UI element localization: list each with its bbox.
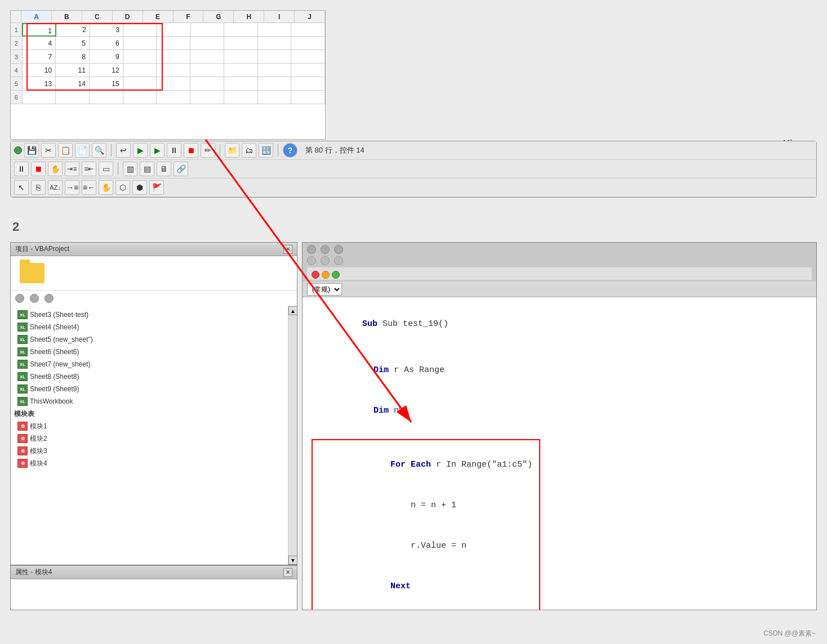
paste-button[interactable]: 📄 — [75, 143, 90, 158]
scroll-up-button[interactable]: ▲ — [288, 306, 297, 315]
object-browser-button[interactable]: 🔣 — [259, 143, 273, 158]
cell-b3[interactable]: 8 — [56, 50, 90, 64]
cell-i6[interactable] — [291, 91, 325, 104]
cell-d1[interactable] — [123, 23, 157, 37]
project-scrollbar[interactable]: ▲ ▼ — [288, 306, 297, 565]
cell-f1[interactable] — [191, 23, 225, 37]
tree-item-module4[interactable]: ⚙ 模块4 — [11, 457, 288, 469]
cell-e4[interactable] — [157, 64, 190, 77]
properties-button[interactable]: 🗂 — [242, 143, 256, 158]
copy-button[interactable]: 📋 — [58, 143, 73, 158]
tree-item-sheet9[interactable]: XL Sheet9 (Sheet9) — [11, 383, 288, 395]
proj-explorer-button[interactable]: 📁 — [225, 143, 239, 158]
tree-item-module3[interactable]: ⚙ 模块3 — [11, 445, 288, 457]
pause-button[interactable]: ⏸ — [167, 143, 181, 158]
save-button[interactable]: 💾 — [24, 143, 39, 158]
cell-f2[interactable] — [190, 37, 224, 50]
code-editor-area[interactable]: Sub Sub test_19() Dim r As Range Dim n% … — [303, 297, 816, 610]
copy3-button[interactable]: ⎘ — [31, 180, 46, 195]
cell-a6[interactable] — [23, 91, 56, 104]
arrow2-button[interactable]: ⬢ — [132, 180, 147, 195]
tree-item-module1[interactable]: ⚙ 模块1 — [11, 420, 288, 432]
tree-item-sheet8[interactable]: XL Sheet8 (Sheet8) — [11, 370, 288, 383]
hand2-button[interactable]: ✋ — [99, 180, 113, 195]
cell-i1[interactable] — [291, 23, 325, 37]
az-button[interactable]: AZ↓ — [48, 180, 63, 195]
cell-a1[interactable]: 1 — [22, 23, 56, 37]
cell-f5[interactable] — [190, 77, 224, 91]
cell-h1[interactable] — [258, 23, 292, 37]
cell-b5[interactable]: 14 — [56, 77, 90, 91]
cell-c3[interactable]: 9 — [90, 50, 123, 64]
cell-c6[interactable] — [90, 91, 123, 104]
arrow1-button[interactable]: ⬡ — [115, 180, 130, 195]
cell-d6[interactable] — [123, 91, 157, 104]
cell-h2[interactable] — [258, 37, 292, 50]
cell-b6[interactable] — [56, 91, 90, 104]
col-header-j[interactable]: J — [295, 11, 325, 23]
cell-g1[interactable] — [224, 23, 258, 37]
tree-item-sheet5[interactable]: XL Sheet5 (new_sheet") — [11, 333, 288, 346]
cell-b2[interactable]: 5 — [56, 37, 90, 50]
cell-g2[interactable] — [224, 37, 258, 50]
monitor-button[interactable]: 🖥 — [157, 162, 171, 176]
col-header-c[interactable]: C — [82, 11, 113, 23]
col-header-d[interactable]: D — [113, 11, 143, 23]
pause2-button[interactable]: ⏸ — [14, 162, 29, 176]
form2-button[interactable]: ▤ — [140, 162, 154, 176]
cell-g6[interactable] — [224, 91, 258, 104]
cell-e5[interactable] — [157, 77, 190, 91]
cell-f3[interactable] — [190, 50, 224, 64]
cell-d3[interactable] — [123, 50, 157, 64]
project-tree[interactable]: XL Sheet3 (Sheet-test) XL Sheet4 (Sheet4… — [11, 306, 288, 565]
col-header-h[interactable]: H — [234, 11, 264, 23]
run2-button[interactable]: ▶ — [150, 143, 164, 158]
cell-g5[interactable] — [224, 77, 258, 91]
cell-f6[interactable] — [190, 91, 224, 104]
stop-button[interactable]: ⏹ — [184, 143, 198, 158]
cell-d4[interactable] — [123, 64, 157, 77]
tree-item-sheet4[interactable]: XL Sheet4 (Sheet4) — [11, 321, 288, 333]
outdent-button[interactable]: ≡⇤ — [82, 162, 96, 176]
cell-e1[interactable] — [157, 23, 191, 37]
cell-c4[interactable]: 12 — [90, 64, 123, 77]
col-header-f[interactable]: F — [174, 11, 204, 23]
cell-g4[interactable] — [224, 64, 258, 77]
maximize-window-button[interactable] — [332, 271, 340, 279]
tree-item-thisworkbook[interactable]: XL ThisWorkbook — [11, 395, 288, 408]
cell-h4[interactable] — [258, 64, 292, 77]
cell-a2[interactable]: 4 — [23, 37, 56, 50]
cell-a5[interactable]: 13 — [23, 77, 56, 91]
col-header-i[interactable]: I — [264, 11, 295, 23]
cell-a3[interactable]: 7 — [23, 50, 56, 64]
form1-button[interactable]: ▥ — [123, 162, 137, 176]
cell-g3[interactable] — [224, 50, 258, 64]
excel-spreadsheet[interactable]: A B C D E F G H I J 1 1 2 3 2 4 — [10, 10, 326, 140]
minimize-window-button[interactable] — [322, 271, 330, 279]
tree-item-sheet7[interactable]: XL Sheet7 (new_sheet) — [11, 358, 288, 370]
module-section[interactable]: 模块表 — [11, 408, 288, 420]
toggle-button[interactable]: ▭ — [99, 162, 113, 176]
select-button[interactable]: ↖ — [14, 180, 29, 195]
tab-right-button[interactable]: →≡ — [65, 180, 79, 195]
procedure-dropdown[interactable]: (常规) — [307, 283, 342, 296]
flag-button[interactable]: 🚩 — [149, 180, 164, 195]
cell-e2[interactable] — [157, 37, 190, 50]
cell-i2[interactable] — [291, 37, 325, 50]
cell-d5[interactable] — [123, 77, 157, 91]
design-button[interactable]: ✏ — [201, 143, 215, 158]
cell-f4[interactable] — [190, 64, 224, 77]
tree-item-module2[interactable]: ⚙ 模块2 — [11, 432, 288, 445]
cell-h5[interactable] — [258, 77, 292, 91]
cut-button[interactable]: ✂ — [41, 143, 56, 158]
indent-button[interactable]: ⇥≡ — [65, 162, 79, 176]
tree-item-sheet6[interactable]: XL Sheet6 (Sheet6) — [11, 346, 288, 358]
cell-d2[interactable] — [123, 37, 157, 50]
cell-c2[interactable]: 6 — [90, 37, 123, 50]
col-header-g[interactable]: G — [203, 11, 234, 23]
hand-button[interactable]: ✋ — [48, 162, 63, 176]
undo-button[interactable]: ↩ — [116, 143, 131, 158]
stop2-button[interactable]: ⏹ — [31, 162, 46, 176]
link-button[interactable]: 🔗 — [174, 162, 188, 176]
cell-h3[interactable] — [258, 50, 292, 64]
